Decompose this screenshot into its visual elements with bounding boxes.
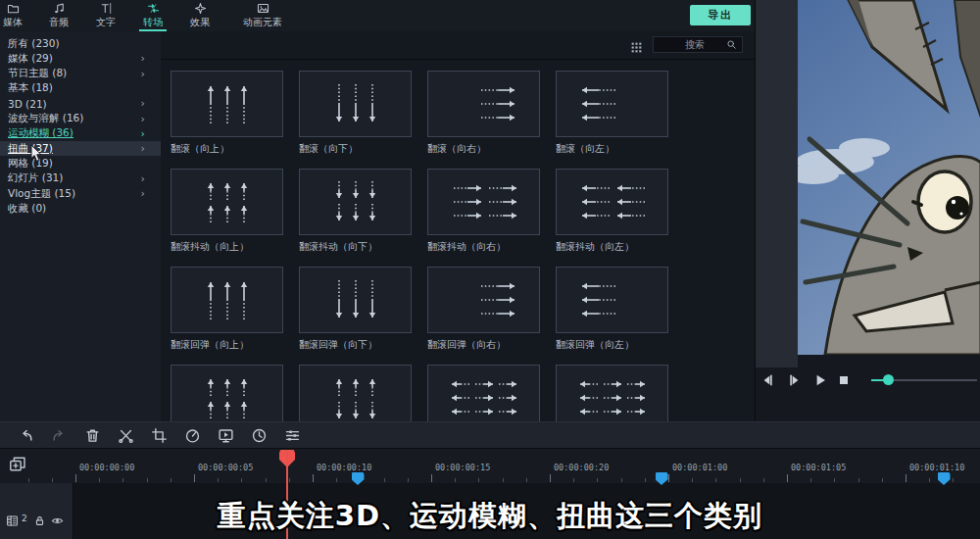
playback-controls	[756, 367, 980, 394]
redo-button[interactable]	[51, 427, 68, 444]
sidebar-item-favorites[interactable]: 收藏 (0)	[0, 201, 161, 216]
transition-tile[interactable]	[427, 365, 540, 421]
down-arrows-icon	[318, 277, 394, 322]
ruler-tick-minor	[266, 478, 267, 482]
ruler-timestamp: 00:00:00:10	[317, 463, 371, 472]
transition-tile[interactable]	[171, 71, 283, 137]
transition-tile[interactable]	[556, 169, 668, 235]
sidebar-item-festival[interactable]: 节日主题 (8)›	[0, 67, 161, 81]
filmora-app: 媒体音频文字转场效果动画元素 导出 所有 (230)媒体 (29)›节日主题 (…	[0, 0, 980, 539]
ruler-tick-minor	[478, 478, 479, 482]
ruler-tick-minor	[740, 478, 741, 482]
transition-tile[interactable]	[299, 267, 412, 333]
sidebar-item-basic[interactable]: 基本 (18)	[0, 81, 161, 96]
transition-tile[interactable]	[299, 71, 412, 137]
speed-icon	[184, 427, 201, 444]
down2-arrows-icon	[318, 179, 394, 224]
sidebar-item-slideshow[interactable]: 幻灯片 (31)›	[0, 172, 161, 186]
transition-tile[interactable]	[171, 267, 283, 333]
transition-tile[interactable]	[556, 267, 668, 333]
tab-effects[interactable]: 效果	[190, 2, 210, 29]
transition-tile[interactable]	[299, 365, 412, 421]
down-arrows-icon	[318, 81, 394, 126]
ruler-tick-major	[906, 474, 906, 482]
sidebar-item-grid[interactable]: 网格 (19)	[0, 156, 161, 171]
delete-button[interactable]	[84, 427, 101, 444]
sidebar-item-motion-blur[interactable]: 运动模糊 (36)›	[0, 126, 161, 141]
redo-icon	[51, 427, 68, 444]
crop-button[interactable]	[151, 427, 168, 444]
ruler-tick-minor	[882, 478, 883, 482]
tab-elements[interactable]: 动画元素	[243, 2, 282, 29]
sidebar-item-ripple-dissolve[interactable]: 波纹与溶解 (16)›	[0, 112, 161, 126]
screen-button[interactable]	[218, 427, 234, 444]
left-arrows-icon	[574, 81, 651, 126]
music-icon	[53, 2, 66, 15]
tab-label: 效果	[190, 16, 210, 29]
transition-tile[interactable]	[427, 169, 540, 235]
sidebar-item-label: 所有 (230)	[8, 37, 60, 51]
folder-icon	[7, 2, 20, 15]
elements-icon	[257, 2, 270, 15]
sidebar-item-label: 运动模糊 (36)	[8, 126, 74, 140]
tile-label: 翻滚抖动（向右）	[427, 240, 506, 254]
transition-tile[interactable]	[556, 71, 668, 137]
ruler-tick-minor	[122, 478, 123, 482]
tab-media[interactable]: 媒体	[3, 2, 23, 29]
right-arrows-icon	[446, 277, 522, 322]
transition-tile[interactable]	[171, 365, 283, 421]
sidebar-item-distortion[interactable]: 扭曲 (37)›	[0, 141, 161, 156]
sidebar-item-all[interactable]: 所有 (230)	[0, 36, 161, 51]
sidebar-item-vlog[interactable]: Vlog主题 (15)›	[0, 186, 161, 201]
updown-arrows-icon	[318, 375, 394, 420]
speed-button[interactable]	[184, 427, 201, 444]
history-button[interactable]	[251, 427, 268, 444]
add-track-icon	[9, 456, 26, 473]
search-input[interactable]	[654, 38, 726, 51]
tab-text[interactable]: 文字	[96, 2, 116, 29]
timeline-ruler[interactable]: 00:00:00:0000:00:00:0500:00:00:1000:00:0…	[0, 449, 980, 483]
sidebar-item-label: 媒体 (29)	[8, 52, 53, 66]
tile-label: 翻滚抖动（向左）	[556, 240, 634, 254]
volume-slider-handle[interactable]	[883, 374, 894, 385]
sidebar-item-3d[interactable]: 3D (21)›	[0, 96, 161, 111]
chevron-right-icon: ›	[141, 126, 145, 141]
add-track-button[interactable]	[9, 456, 26, 473]
tab-audio[interactable]: 音频	[49, 2, 69, 29]
transition-tile[interactable]	[171, 169, 283, 235]
grid-view-icon	[630, 41, 643, 54]
sidebar-item-label: Vlog主题 (15)	[8, 187, 75, 201]
up-arrows-icon	[189, 81, 266, 126]
mouse-cursor	[30, 144, 43, 167]
adjust-icon	[284, 427, 301, 444]
split-button[interactable]	[118, 427, 134, 444]
tile-label: 翻滚（向上）	[171, 142, 229, 156]
ruler-tick-minor	[52, 478, 53, 482]
search-box[interactable]	[653, 36, 743, 53]
adjust-button[interactable]	[284, 427, 301, 444]
ruler-tick-minor	[147, 478, 148, 482]
export-button[interactable]: 导出	[690, 5, 751, 25]
sidebar-item-media[interactable]: 媒体 (29)›	[0, 51, 161, 66]
transition-tile[interactable]	[556, 365, 668, 421]
ruler-tick-minor	[692, 478, 693, 482]
next-frame-button[interactable]	[787, 372, 803, 388]
undo-button[interactable]	[18, 427, 34, 444]
ruler-tick-minor	[597, 478, 598, 482]
tab-transition[interactable]: 转场	[143, 2, 163, 29]
effects-icon	[194, 2, 207, 15]
grid-view-icon[interactable]	[630, 39, 643, 52]
chevron-right-icon: ›	[141, 96, 145, 111]
transition-tile[interactable]	[427, 71, 540, 137]
transition-tile[interactable]	[427, 267, 540, 333]
ruler-tick-minor	[241, 478, 242, 482]
transition-tile[interactable]	[299, 169, 412, 235]
ruler-timestamp: 00:00:00:00	[79, 463, 134, 472]
ruler-tick-major	[75, 474, 76, 482]
stop-button[interactable]	[836, 372, 852, 388]
play-button[interactable]	[812, 372, 828, 388]
tab-label: 动画元素	[243, 16, 282, 29]
prev-frame-button[interactable]	[760, 372, 775, 388]
chevron-right-icon: ›	[141, 51, 145, 66]
play-icon	[812, 372, 828, 388]
